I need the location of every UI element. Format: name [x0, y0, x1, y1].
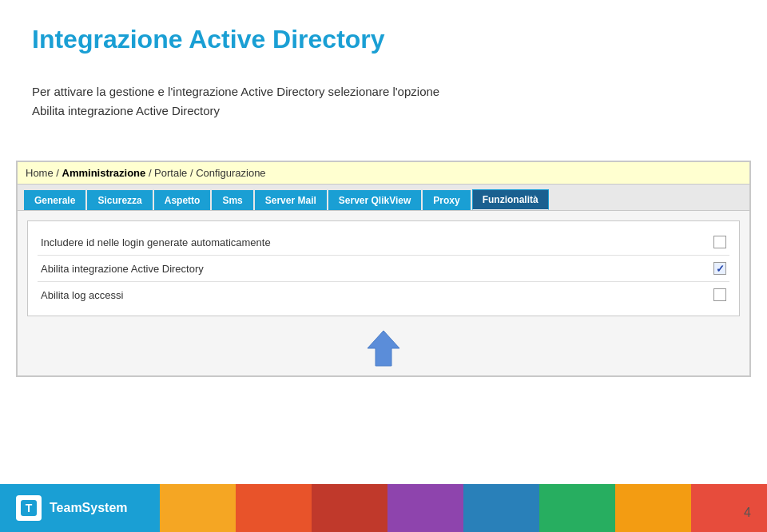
arrow-container [22, 321, 745, 371]
rainbow-6 [539, 484, 615, 532]
tab-funzionalita[interactable]: Funzionalità [472, 189, 549, 210]
page-number: 4 [744, 506, 751, 520]
up-arrow-icon [364, 328, 403, 367]
rainbow-7 [615, 484, 691, 532]
footer-rainbow [160, 484, 767, 532]
footer-logo-area: T TeamSystem [0, 484, 160, 532]
settings-row-2: Abilita integrazione Active Directory ✓ [38, 256, 729, 282]
tab-proxy[interactable]: Proxy [423, 190, 470, 210]
logo-icon: T [16, 495, 42, 521]
settings-row-3: Abilita log accessi [38, 282, 729, 308]
setting-label-2: Abilita integrazione Active Directory [41, 263, 705, 275]
rainbow-1 [160, 484, 236, 532]
svg-marker-0 [368, 331, 399, 366]
tab-aspetto[interactable]: Aspetto [154, 190, 211, 210]
rainbow-4 [387, 484, 463, 532]
settings-panel: Includere id nelle login generate automa… [27, 220, 740, 316]
footer-logo: T TeamSystem [16, 495, 128, 521]
breadcrumb-portale: / Portale / Configurazione [149, 167, 266, 179]
checkbox-1[interactable] [713, 236, 726, 248]
tabs-bar: Generale Sicurezza Aspetto Sms Server Ma… [18, 185, 749, 211]
tab-serverqlikview[interactable]: Server QlikView [328, 190, 422, 210]
tab-sms[interactable]: Sms [212, 190, 252, 210]
description: Per attivare la gestione e l'integrazion… [32, 82, 735, 121]
tab-generale[interactable]: Generale [24, 190, 85, 210]
description-line1: Per attivare la gestione e l'integrazion… [32, 85, 439, 98]
checkbox-2[interactable]: ✓ [713, 262, 726, 275]
svg-text:T: T [26, 502, 33, 514]
rainbow-8 [691, 484, 767, 532]
tab-content-area: Includere id nelle login generate automa… [18, 211, 749, 375]
breadcrumb-bar: Home / Amministrazione / Portale / Confi… [18, 162, 749, 185]
tab-servermail[interactable]: Server Mail [255, 190, 327, 210]
rainbow-5 [463, 484, 539, 532]
main-content: Integrazione Active Directory Per attiva… [0, 0, 767, 161]
teamsystem-logo-icon: T [20, 499, 38, 517]
breadcrumb-amministrazione: Amministrazione [62, 167, 146, 179]
logo-text: TeamSystem [50, 501, 128, 515]
footer: T TeamSystem 4 [0, 484, 767, 532]
checkbox-3[interactable] [713, 288, 726, 301]
page-title: Integrazione Active Directory [32, 24, 735, 54]
setting-label-1: Includere id nelle login generate automa… [41, 236, 705, 248]
breadcrumb-home: Home / [26, 167, 62, 179]
tab-sicurezza[interactable]: Sicurezza [87, 190, 152, 210]
setting-label-3: Abilita log accessi [41, 289, 705, 301]
settings-row-1: Includere id nelle login generate automa… [38, 229, 729, 256]
description-line2: Abilita integrazione Active Directory [32, 104, 220, 117]
checkmark-icon: ✓ [716, 263, 725, 275]
ui-panel: Home / Amministrazione / Portale / Confi… [16, 161, 751, 377]
rainbow-3 [312, 484, 387, 532]
rainbow-2 [236, 484, 312, 532]
